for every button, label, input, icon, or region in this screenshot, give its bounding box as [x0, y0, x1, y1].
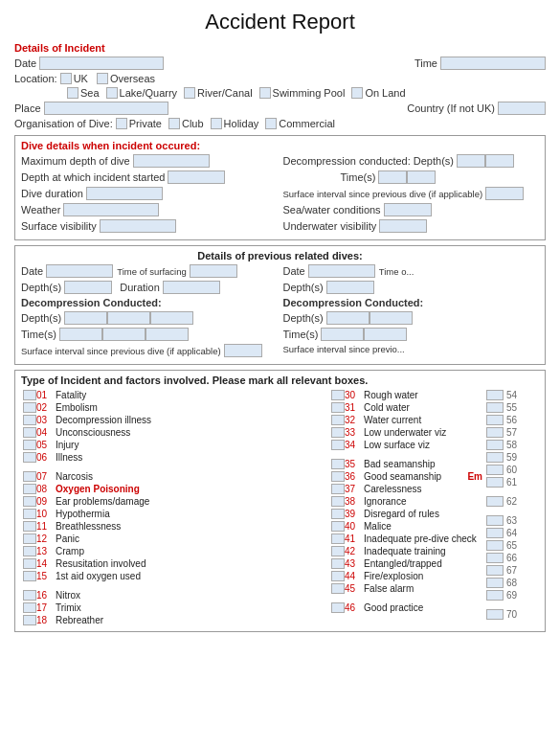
holiday-checkbox[interactable]: [211, 118, 222, 129]
factor-checkbox[interactable]: [23, 402, 36, 413]
decomp-depth2[interactable]: [485, 154, 514, 168]
factor-checkbox[interactable]: [23, 558, 36, 569]
date-input[interactable]: [39, 57, 164, 70]
right-num-box[interactable]: [486, 590, 504, 601]
right-num-box[interactable]: [486, 496, 504, 507]
factor-checkbox[interactable]: [23, 415, 36, 425]
uk-checkbox[interactable]: [60, 73, 72, 84]
right-num-box[interactable]: [486, 515, 504, 526]
right-num-box[interactable]: [486, 402, 504, 413]
right-num-box[interactable]: [486, 440, 504, 450]
prev-decomp-times5[interactable]: [364, 328, 407, 341]
prev-decomp-depth3[interactable]: [150, 311, 193, 325]
times-input1[interactable]: [378, 170, 407, 184]
factor-checkbox[interactable]: [331, 602, 345, 613]
river-checkbox[interactable]: [184, 87, 195, 99]
factor-checkbox[interactable]: [23, 440, 36, 450]
pool-checkbox[interactable]: [259, 87, 271, 99]
prev-decomp-times4[interactable]: [321, 328, 364, 341]
factor-checkbox[interactable]: [23, 615, 36, 625]
decomp-depth1[interactable]: [457, 154, 485, 168]
prev-decomp-times2[interactable]: [102, 328, 146, 341]
right-num-box[interactable]: [486, 609, 504, 620]
factor-checkbox[interactable]: [23, 471, 36, 482]
prev-decomp-depth5[interactable]: [370, 311, 413, 325]
prev-surface-input[interactable]: [190, 264, 237, 278]
lake-checkbox[interactable]: [106, 87, 118, 99]
prev-decomp-times1[interactable]: [59, 328, 102, 341]
factor-checkbox[interactable]: [23, 452, 36, 463]
country-input[interactable]: [498, 102, 546, 115]
private-checkbox[interactable]: [116, 118, 127, 129]
right-num-box[interactable]: [486, 553, 504, 563]
factor-checkbox[interactable]: [331, 427, 345, 438]
factor-checkbox[interactable]: [23, 521, 36, 532]
factor-number: 02: [36, 402, 56, 413]
right-num-box[interactable]: [486, 477, 504, 488]
underwater-vis-input[interactable]: [379, 219, 427, 233]
factor-checkbox[interactable]: [331, 402, 345, 413]
factor-checkbox[interactable]: [331, 533, 345, 544]
depth-incident-input[interactable]: [168, 170, 225, 184]
prev-duration-input[interactable]: [163, 281, 220, 294]
prev-date-input[interactable]: [46, 264, 113, 278]
dive-duration-input[interactable]: [86, 187, 163, 200]
land-checkbox[interactable]: [351, 87, 363, 99]
time-input[interactable]: [440, 57, 546, 70]
right-num-box[interactable]: [486, 540, 504, 551]
factor-label: Good seamanship: [364, 471, 465, 482]
factor-checkbox[interactable]: [331, 571, 345, 581]
factor-checkbox[interactable]: [23, 427, 36, 438]
right-num-box[interactable]: [486, 415, 504, 425]
factor-checkbox[interactable]: [331, 521, 345, 532]
factor-checkbox[interactable]: [23, 546, 36, 556]
dive-details-cols: Maximum depth of dive Depth at which inc…: [21, 154, 539, 236]
surface-vis-input[interactable]: [100, 219, 176, 233]
prev-decomp-depth4[interactable]: [326, 311, 370, 325]
prev-depth-input2[interactable]: [326, 281, 374, 294]
factor-checkbox[interactable]: [331, 459, 345, 469]
times-input2[interactable]: [407, 170, 436, 184]
max-depth-input[interactable]: [133, 154, 210, 168]
prev-decomp-times3[interactable]: [146, 328, 189, 341]
right-num-box[interactable]: [486, 578, 504, 588]
right-num-box[interactable]: [486, 452, 504, 463]
surface-interval-input[interactable]: [485, 187, 524, 200]
prev-depth-input[interactable]: [64, 281, 112, 294]
factor-checkbox[interactable]: [331, 484, 345, 494]
prev-interval-input[interactable]: [224, 344, 262, 357]
overseas-checkbox[interactable]: [97, 73, 108, 84]
right-num-box[interactable]: [486, 528, 504, 538]
factor-checkbox[interactable]: [23, 602, 36, 613]
commercial-checkbox[interactable]: [265, 118, 277, 129]
factor-checkbox[interactable]: [331, 390, 345, 400]
sea-conditions-input[interactable]: [384, 203, 432, 216]
prev-decomp-depth2[interactable]: [107, 311, 150, 325]
factor-checkbox[interactable]: [331, 415, 345, 425]
factor-checkbox[interactable]: [331, 440, 345, 450]
weather-input[interactable]: [63, 203, 159, 216]
factor-checkbox[interactable]: [23, 533, 36, 544]
decomp-conducted-row: Decompression conducted: Depth(s): [283, 154, 540, 168]
prev-decomp-depth1[interactable]: [64, 311, 107, 325]
club-checkbox[interactable]: [168, 118, 180, 129]
factor-checkbox[interactable]: [23, 390, 36, 400]
factor-checkbox[interactable]: [23, 590, 36, 601]
prev-date-input2[interactable]: [308, 264, 375, 278]
factor-checkbox[interactable]: [23, 509, 36, 519]
factor-checkbox[interactable]: [23, 496, 36, 507]
factor-checkbox[interactable]: [23, 484, 36, 494]
right-num-box[interactable]: [486, 390, 504, 400]
place-input[interactable]: [44, 102, 168, 115]
right-num-box[interactable]: [486, 465, 504, 475]
factor-checkbox[interactable]: [331, 471, 345, 482]
factor-checkbox[interactable]: [331, 509, 345, 519]
factor-checkbox[interactable]: [331, 546, 345, 556]
factor-checkbox[interactable]: [23, 571, 36, 581]
right-num-box[interactable]: [486, 427, 504, 438]
factor-checkbox[interactable]: [331, 583, 345, 594]
sea-checkbox[interactable]: [67, 87, 78, 99]
right-num-box[interactable]: [486, 565, 504, 576]
factor-checkbox[interactable]: [331, 558, 345, 569]
factor-checkbox[interactable]: [331, 496, 345, 507]
